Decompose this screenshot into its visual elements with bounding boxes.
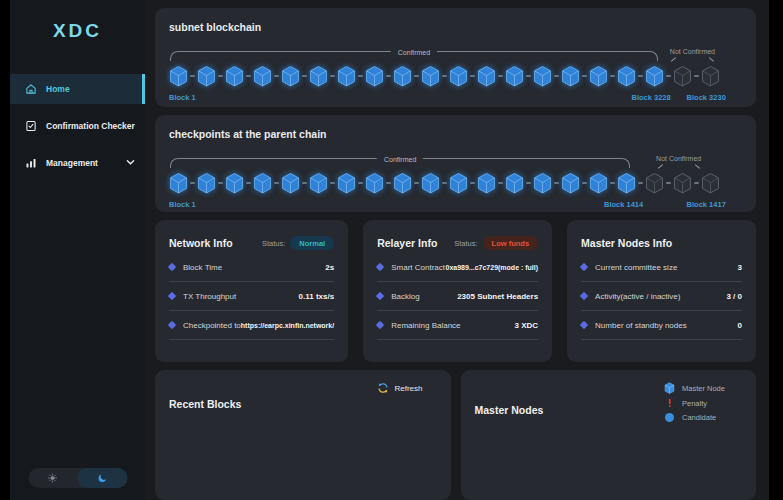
block-cube-icon <box>421 65 440 87</box>
info-row-checkpointed-to: Checkpointed to https://earpc.xinfin.net… <box>169 311 334 340</box>
info-row-smart-contract: Smart Contract 0xa989...c7c729(mode : fu… <box>377 253 538 282</box>
sidebar-item-label: Home <box>46 84 70 94</box>
confirmed-label: Confirmed <box>377 156 423 163</box>
info-row-backlog: Backlog 2305 Subnet Headers <box>377 282 538 311</box>
block-cube-icon <box>365 172 384 194</box>
diamond-bullet-icon <box>376 263 384 271</box>
chain-connector <box>582 182 587 184</box>
not-confirmed-label: Not Confirmed <box>656 155 701 162</box>
info-row-remaining-balance: Remaining Balance 3 XDC <box>377 311 538 340</box>
chain-connector <box>666 75 671 77</box>
network-info-title: Network Info <box>169 237 233 249</box>
block-cube-icon <box>645 172 664 194</box>
confirmed-bracket: Confirmed <box>170 51 658 61</box>
chevron-down-icon <box>126 158 135 169</box>
block-cube-icon <box>393 172 412 194</box>
block-cube-icon <box>589 172 608 194</box>
chain-connector <box>610 75 615 77</box>
block-cube-icon <box>309 172 328 194</box>
block-cube-icon <box>617 172 636 194</box>
chain-connector <box>218 75 223 77</box>
chain-connector <box>358 75 363 77</box>
block-cube-icon <box>225 65 244 87</box>
diamond-bullet-icon <box>580 321 588 329</box>
block-cube-icon <box>561 172 580 194</box>
block-chain <box>169 64 720 88</box>
app-window: XDC Home Confirmation Checker Management <box>0 0 769 500</box>
chain-connector <box>302 182 307 184</box>
chain-connector <box>218 182 223 184</box>
not-confirmed-label: Not Confirmed <box>670 48 715 55</box>
last-block-label: Block 1417 <box>687 200 726 209</box>
chain-connector <box>638 182 643 184</box>
chain-connector <box>666 182 671 184</box>
block-cube-icon <box>673 172 692 194</box>
sidebar-item-management[interactable]: Management <box>10 148 145 178</box>
block-chain <box>169 171 720 195</box>
moon-icon <box>97 473 107 483</box>
chain-connector <box>246 182 251 184</box>
block-cube-icon <box>393 65 412 87</box>
master-nodes-card: Master Node ! Penalty Candidate Master N… <box>461 370 757 500</box>
chain-connector <box>358 182 363 184</box>
chain-connector <box>442 75 447 77</box>
checkpoints-card: checkpoints at the parent chain Confirme… <box>155 115 756 212</box>
info-row-committee-size: Current committee size 3 <box>581 253 742 282</box>
xdc-logo: XDC <box>10 0 145 42</box>
chain-connector <box>330 75 335 77</box>
sidebar-item-label: Management <box>46 158 98 168</box>
chain-connector <box>470 182 475 184</box>
light-mode-button[interactable] <box>28 468 78 488</box>
sidebar-nav: Home Confirmation Checker Management <box>10 74 145 178</box>
first-block-label: Block 1 <box>169 200 196 209</box>
confirmation-checker-icon <box>25 120 37 132</box>
block-cube-icon <box>645 65 664 87</box>
legend-item-penalty: ! Penalty <box>664 398 744 409</box>
subnet-chain-visualization: Confirmed Not Confirmed Block 1 Block 32… <box>169 48 720 104</box>
diamond-bullet-icon <box>168 321 176 329</box>
home-icon <box>25 83 37 95</box>
block-cube-icon <box>449 65 468 87</box>
legend-label: Candidate <box>682 413 716 422</box>
block-cube-icon <box>617 65 636 87</box>
block-cube-icon <box>253 65 272 87</box>
chain-connector <box>498 182 503 184</box>
block-cube-icon <box>365 65 384 87</box>
block-cube-icon <box>421 172 440 194</box>
block-cube-icon <box>197 172 216 194</box>
legend-item-master-node: Master Node <box>664 382 744 394</box>
management-icon <box>25 157 37 169</box>
sidebar: XDC Home Confirmation Checker Management <box>10 0 145 500</box>
block-cube-icon <box>589 65 608 87</box>
sidebar-item-label: Confirmation Checker <box>46 121 135 131</box>
last-block-label: Block 3230 <box>687 93 726 102</box>
confirmed-bracket: Confirmed <box>170 158 630 168</box>
master-nodes-info-title: Master Nodes Info <box>581 237 672 249</box>
block-cube-icon <box>561 65 580 87</box>
chain-connector <box>274 75 279 77</box>
sidebar-item-confirmation-checker[interactable]: Confirmation Checker <box>10 111 145 141</box>
chain-connector <box>386 75 391 77</box>
sidebar-item-home[interactable]: Home <box>10 74 145 104</box>
network-info-card: Network Info Status: Normal Block Time 2… <box>155 220 348 362</box>
chain-connector <box>554 182 559 184</box>
refresh-label: Refresh <box>394 384 422 393</box>
chain-connector <box>386 182 391 184</box>
legend-item-candidate: Candidate <box>664 413 744 422</box>
chain-connector <box>498 75 503 77</box>
cube-icon <box>664 382 675 394</box>
sun-icon <box>48 473 58 483</box>
block-cube-icon <box>533 65 552 87</box>
chain-connector <box>442 182 447 184</box>
confirmed-label: Confirmed <box>391 49 437 56</box>
refresh-button[interactable]: Refresh <box>377 382 422 394</box>
recent-blocks-title: Recent Blocks <box>169 398 437 410</box>
circle-icon <box>664 413 675 422</box>
dark-mode-button[interactable] <box>78 468 128 488</box>
chain-connector <box>470 75 475 77</box>
chain-connector <box>190 182 195 184</box>
relayer-info-title: Relayer Info <box>377 237 437 249</box>
bottom-cards-row: Refresh Recent Blocks Master Node ! Pena… <box>155 370 756 500</box>
chain-connector <box>246 75 251 77</box>
theme-toggle[interactable] <box>28 468 127 488</box>
